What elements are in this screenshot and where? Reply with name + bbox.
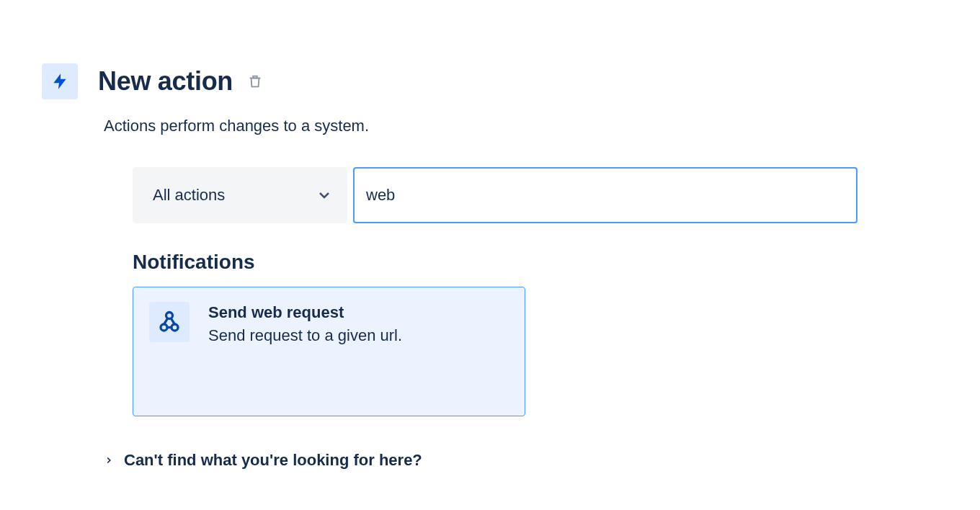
help-disclosure[interactable]: Can't find what you're looking for here? [104,451,980,470]
chevron-down-icon [316,187,333,204]
dropdown-label: All actions [153,186,225,205]
section-heading: Notifications [133,251,980,274]
result-title: Send web request [208,303,402,322]
help-text: Can't find what you're looking for here? [124,451,422,470]
search-input[interactable] [353,167,858,223]
delete-button[interactable] [244,71,266,92]
category-dropdown[interactable]: All actions [133,167,347,223]
action-icon [42,63,78,99]
result-description: Send request to a given url. [208,326,402,345]
page-title: New action [98,66,233,97]
chevron-right-icon [104,455,114,465]
webhook-icon [149,302,190,342]
svg-point-1 [172,324,178,331]
action-result-send-web-request[interactable]: Send web request Send request to a given… [133,287,525,416]
page-subtitle: Actions perform changes to a system. [104,117,980,135]
svg-point-0 [161,324,167,331]
svg-point-2 [166,313,173,319]
trash-icon [247,73,263,89]
